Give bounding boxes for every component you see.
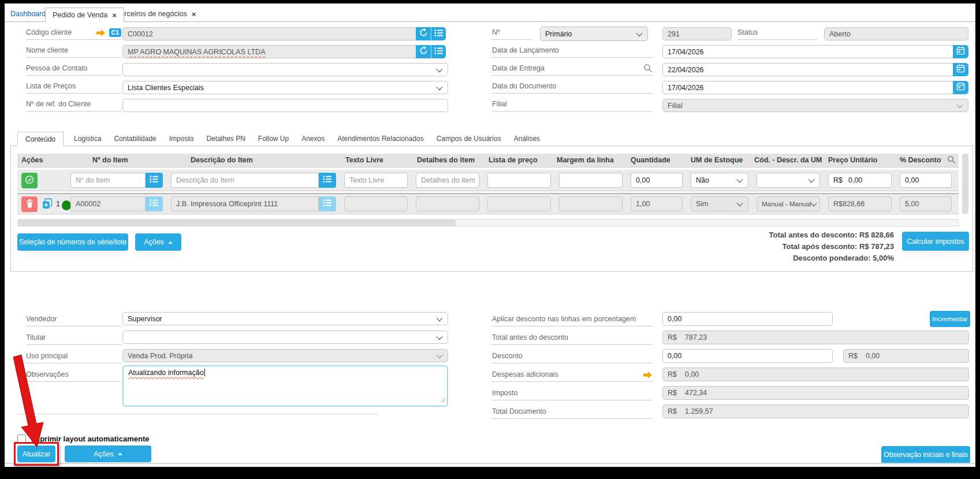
calcular-impostos-button[interactable]: Calcular impostos: [902, 232, 969, 251]
confirm-line-button[interactable]: [21, 173, 38, 188]
tab-conteudo[interactable]: Conteúdo: [17, 132, 64, 146]
c1-badge[interactable]: C1: [109, 28, 121, 37]
entry-cod-um-select[interactable]: [757, 173, 820, 188]
vertical-scrollbar-thumb[interactable]: [963, 154, 968, 213]
choose-from-list-button[interactable]: [146, 196, 163, 211]
titular-label: Titular: [26, 332, 121, 345]
nome-cliente-input: MP AGRO MAQUINAS AGRICOLAS LTDA: [122, 45, 416, 58]
col-margem: Margem da linha: [557, 156, 614, 164]
footer-acoes-button[interactable]: Ações: [65, 445, 151, 462]
entry-um-estoque-select[interactable]: Não: [691, 173, 748, 188]
entry-descricao-input[interactable]: Descrição do Item: [171, 173, 319, 188]
data-lancamento-input[interactable]: 17/04/2026: [662, 45, 953, 58]
close-icon[interactable]: ×: [192, 10, 196, 18]
incrementar-button[interactable]: Incrementar: [930, 311, 970, 327]
horizontal-scrollbar-thumb[interactable]: [18, 220, 456, 226]
aplicar-desconto-label: Aplicar desconto nas linhas em porcentag…: [492, 314, 653, 326]
vertical-scrollbar[interactable]: [962, 154, 968, 214]
close-icon[interactable]: ×: [112, 12, 117, 19]
chevron-down-icon: [810, 200, 817, 206]
lista-precos-select[interactable]: Lista Clientes Especiais: [122, 81, 448, 94]
choose-from-list-button[interactable]: [319, 173, 336, 188]
tab-pedido-de-venda[interactable]: Pedido de Venda ×: [45, 8, 124, 22]
data-entrega-input[interactable]: 22/04/2026: [662, 63, 953, 76]
entry-desconto-input[interactable]: 0,00: [900, 173, 952, 188]
link-arrow-icon[interactable]: [643, 371, 653, 381]
tab-parceiros-label: Parceiros de negócios: [115, 10, 187, 18]
ref-cliente-input[interactable]: [122, 99, 448, 112]
tab-analises[interactable]: Análises: [514, 135, 540, 143]
calendar-button[interactable]: [953, 63, 968, 76]
desconto-percent-input[interactable]: 0,00: [662, 349, 833, 363]
calendar-icon: [956, 46, 965, 57]
list-icon: [150, 199, 159, 209]
table-acoes-button[interactable]: Ações: [135, 233, 181, 251]
list-icon: [434, 47, 444, 57]
desconto-valor-input: R$ 0,00: [843, 349, 969, 363]
aplicar-desconto-input[interactable]: 0,00: [662, 312, 833, 326]
tab-contabilidade[interactable]: Contabilidade: [114, 135, 156, 143]
delete-line-button[interactable]: [21, 196, 38, 212]
total-documento-label: Total Documento: [492, 406, 653, 419]
calendar-button[interactable]: [953, 81, 968, 94]
tab-imposto[interactable]: Imposto: [169, 135, 194, 143]
tab-campos-usuarios[interactable]: Campos de Usuários: [437, 135, 501, 143]
tab-parceiros[interactable]: Parceiros de negócios ×: [115, 10, 196, 18]
choose-from-list-button[interactable]: [146, 173, 163, 188]
horizontal-scrollbar[interactable]: [17, 219, 959, 226]
tab-dashboard[interactable]: Dashboard: [10, 10, 46, 18]
entry-detalhes-input[interactable]: Detalhes do item: [416, 173, 479, 188]
observacoes-textarea[interactable]: Atualizando informação: [122, 365, 448, 407]
nome-cliente-label: Nome cliente: [26, 45, 121, 58]
entry-preco-input[interactable]: R$ 0,00: [828, 173, 892, 188]
choose-from-list-button[interactable]: [319, 196, 336, 211]
window-tab-strip: [5, 21, 975, 22]
row-item-input: A00002: [70, 196, 146, 211]
page-bottom-line: [5, 463, 975, 464]
choose-from-list-button[interactable]: [431, 27, 446, 40]
tab-detalhes-pn[interactable]: Detalhes PN: [206, 135, 245, 143]
choose-from-list-button[interactable]: [431, 45, 446, 58]
entry-margem-input[interactable]: [559, 173, 623, 188]
data-documento-input[interactable]: 17/04/2026: [662, 81, 953, 94]
calendar-button[interactable]: [953, 45, 968, 58]
row-um-estoque-select[interactable]: Sim: [691, 196, 748, 211]
tab-follow-up[interactable]: Follow Up: [258, 135, 289, 143]
row-desconto-input: 5,00: [900, 196, 952, 211]
numero-series-select[interactable]: Primário: [540, 27, 648, 41]
refresh-button[interactable]: [416, 45, 431, 58]
tab-logistica[interactable]: Logistica: [74, 135, 101, 143]
pessoa-contato-select[interactable]: [122, 63, 448, 76]
list-icon: [323, 175, 332, 185]
lista-precos-label: Lista de Preços: [26, 81, 121, 94]
vendedor-select[interactable]: Supervisor: [122, 312, 448, 325]
search-icon[interactable]: [643, 64, 653, 75]
titular-select[interactable]: [122, 331, 448, 344]
observacao-iniciais-finais-button[interactable]: Observação iniciais e finais: [881, 446, 970, 463]
row-texto-input: [344, 196, 408, 211]
col-um-estoque: UM de Estoque: [691, 156, 743, 164]
link-arrow-icon[interactable]: [96, 29, 106, 39]
total-after-discount: Total após desconto: R$ 787,23: [635, 241, 894, 253]
total-antes-label: Total antes do desconto: [492, 332, 653, 345]
calendar-icon: [956, 82, 965, 93]
entry-lista-preco-input[interactable]: [487, 173, 551, 188]
refresh-button[interactable]: [416, 27, 431, 40]
entry-item-input[interactable]: N° do Item: [70, 173, 146, 188]
row-detalhes-input: [416, 196, 479, 211]
resize-handle-icon[interactable]: [441, 396, 446, 404]
tab-anexos[interactable]: Anexos: [301, 135, 325, 143]
filial-label: Filial: [492, 99, 653, 112]
ref-cliente-label: Nº de ref. do Cliente: [26, 99, 121, 112]
row-quantidade-input: 1,00: [631, 196, 683, 211]
serial-lot-selection-button[interactable]: Seleção de números de série/lote: [17, 233, 128, 251]
tab-atendimentos[interactable]: Atendimentos Relacionados: [337, 135, 423, 143]
data-entrega-label: Data de Entrega: [492, 63, 653, 76]
row-cod-um-select[interactable]: Manual - Manual: [757, 196, 820, 211]
vendedor-label: Vendedor: [26, 314, 121, 326]
entry-quantidade-input[interactable]: 0,00: [631, 173, 683, 188]
text-cursor: [204, 369, 205, 376]
table-search-icon[interactable]: [947, 155, 956, 166]
duplicate-line-icon[interactable]: [42, 198, 53, 211]
entry-texto-input[interactable]: Texto Livre: [344, 173, 408, 188]
